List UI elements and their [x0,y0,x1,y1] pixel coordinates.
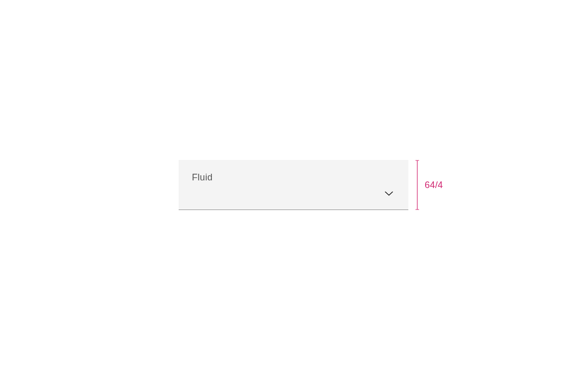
height-measurement: 64/4 [415,160,443,210]
dropdown-label: Fluid [192,172,213,183]
dropdown-spec-container: Fluid 64/4 [179,160,443,210]
measurement-bracket-icon [415,160,420,210]
chevron-down-icon [385,190,393,198]
measurement-value: 64/4 [425,180,443,191]
dropdown-field[interactable]: Fluid [179,160,408,210]
